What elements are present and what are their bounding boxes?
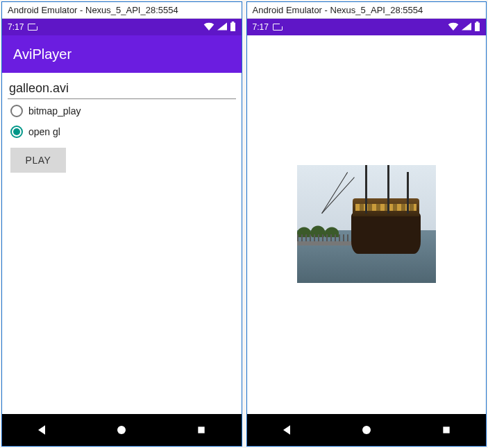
nav-home-button[interactable] [104, 424, 139, 436]
radio-label: bitmap_play [28, 105, 81, 117]
svg-point-0 [117, 426, 126, 434]
nav-recent-button[interactable] [429, 424, 464, 436]
radio-label: open gl [28, 126, 60, 137]
wifi-icon [203, 22, 214, 33]
status-time: 7:17 [253, 22, 269, 32]
emulator-window-right: Android Emulator - Nexus_5_API_28:5554 7… [246, 1, 487, 447]
video-frame [297, 165, 436, 283]
filename-input[interactable] [8, 77, 236, 99]
radio-bitmap-play[interactable]: bitmap_play [8, 99, 236, 120]
nav-recent-button[interactable] [184, 424, 219, 436]
sd-card-icon [28, 24, 37, 31]
radio-icon [10, 105, 23, 117]
battery-icon [230, 21, 236, 33]
battery-icon [474, 21, 480, 33]
nav-back-button[interactable] [24, 423, 59, 437]
video-playback-area [247, 35, 487, 414]
navigation-bar [2, 414, 242, 446]
nav-back-button[interactable] [269, 423, 304, 437]
status-bar: 7:17 [2, 19, 242, 35]
svg-rect-3 [443, 427, 449, 433]
radio-open-gl[interactable]: open gl [8, 120, 236, 141]
wifi-icon [448, 22, 459, 33]
nav-home-button[interactable] [349, 424, 384, 436]
window-title: Android Emulator - Nexus_5_API_28:5554 [2, 2, 242, 19]
signal-icon [217, 22, 227, 33]
svg-rect-1 [198, 427, 204, 433]
svg-point-2 [362, 426, 371, 434]
play-button[interactable]: PLAY [10, 148, 66, 173]
radio-icon [10, 126, 23, 138]
phone-screen: 7:17 [247, 19, 487, 446]
navigation-bar [247, 414, 487, 446]
phone-screen: 7:17 AviPlayer bitmap_play [2, 19, 242, 446]
window-title: Android Emulator - Nexus_5_API_28:5554 [247, 2, 487, 19]
sd-card-icon [273, 24, 283, 31]
signal-icon [462, 22, 471, 33]
content-area: bitmap_play open gl PLAY [2, 73, 242, 414]
status-time: 7:17 [8, 22, 24, 32]
app-title: AviPlayer [13, 46, 71, 62]
app-bar: AviPlayer [2, 35, 242, 73]
emulator-window-left: Android Emulator - Nexus_5_API_28:5554 7… [1, 1, 242, 447]
status-bar: 7:17 [247, 19, 487, 35]
